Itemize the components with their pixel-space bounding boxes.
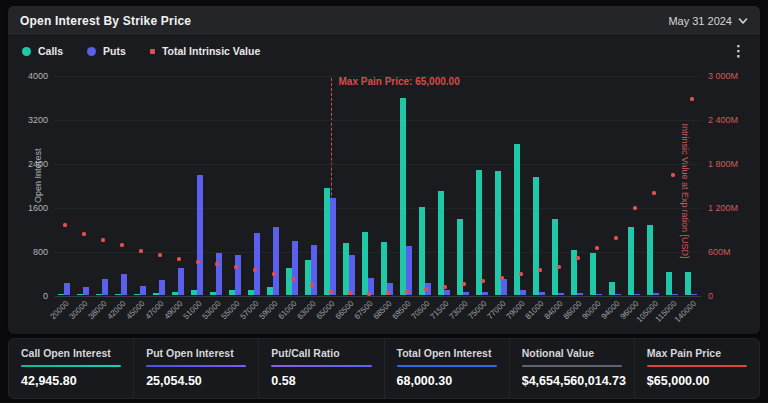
intrinsic-value-dot-94000[interactable] <box>614 236 618 240</box>
put-bar-71500[interactable] <box>444 290 450 296</box>
put-bar-65000[interactable] <box>330 198 336 295</box>
put-bar-140000[interactable] <box>691 294 697 295</box>
intrinsic-value-dot-38000[interactable] <box>101 238 105 242</box>
put-bar-42000[interactable] <box>121 274 127 295</box>
intrinsic-value-dot-45000[interactable] <box>139 249 143 253</box>
x-axis-label: 94000 <box>600 299 622 321</box>
intrinsic-value-dot-20000[interactable] <box>63 223 67 227</box>
legend-item-total-intrinsic-value[interactable]: Total Intrinsic Value <box>150 45 260 57</box>
intrinsic-value-dot-49000[interactable] <box>177 257 181 261</box>
call-bar-140000[interactable] <box>685 272 691 295</box>
put-bar-84000[interactable] <box>558 293 564 295</box>
call-bar-84000[interactable] <box>552 219 558 295</box>
intrinsic-value-dot-77000[interactable] <box>500 276 504 280</box>
intrinsic-value-dot-51000[interactable] <box>196 260 200 264</box>
intrinsic-value-dot-105000[interactable] <box>652 191 656 195</box>
intrinsic-value-dot-42000[interactable] <box>120 243 124 247</box>
put-bar-73000[interactable] <box>463 292 469 295</box>
put-bar-115000[interactable] <box>672 294 678 295</box>
put-bar-81000[interactable] <box>539 292 545 295</box>
intrinsic-value-dot-63000[interactable] <box>310 283 314 287</box>
put-bar-96000[interactable] <box>634 294 640 295</box>
intrinsic-value-dot-73000[interactable] <box>462 282 466 286</box>
x-axis-label: 63000 <box>296 299 318 321</box>
x-axis-label: 90000 <box>581 299 603 321</box>
intrinsic-value-dot-57000[interactable] <box>253 268 257 272</box>
call-bar-70500[interactable] <box>419 207 425 295</box>
put-bar-77000[interactable] <box>501 279 507 296</box>
put-bar-59000[interactable] <box>273 227 279 295</box>
put-bar-57000[interactable] <box>254 233 260 295</box>
x-axis-label: 55000 <box>220 299 242 321</box>
left-axis-tick: 0 <box>43 291 48 301</box>
call-bar-96000[interactable] <box>628 227 634 295</box>
intrinsic-value-dot-96000[interactable] <box>633 206 637 210</box>
put-bar-63000[interactable] <box>311 245 317 295</box>
put-bar-66500[interactable] <box>349 255 355 295</box>
intrinsic-value-dot-79000[interactable] <box>519 272 523 276</box>
x-axis-label: 30000 <box>68 299 90 321</box>
stat-put-open-interest: Put Open Interest25,054.50 <box>133 339 258 398</box>
put-bar-45000[interactable] <box>140 286 146 295</box>
x-axis-label: 51000 <box>182 299 204 321</box>
stat-label: Put/Call Ratio <box>271 347 371 359</box>
intrinsic-value-dot-81000[interactable] <box>538 268 542 272</box>
left-axis-tick: 3200 <box>28 115 48 125</box>
intrinsic-value-dot-70500[interactable] <box>424 287 428 291</box>
put-bar-79000[interactable] <box>520 290 526 295</box>
put-bar-53000[interactable] <box>216 253 222 295</box>
intrinsic-value-dot-84000[interactable] <box>557 265 561 269</box>
call-bar-75000[interactable] <box>476 170 482 295</box>
stat-value: $4,654,560,014.73 <box>522 374 622 388</box>
legend-item-puts[interactable]: Puts <box>87 45 126 57</box>
put-bar-20000[interactable] <box>64 283 70 295</box>
put-bar-30000[interactable] <box>83 287 89 295</box>
put-bar-47000[interactable] <box>159 280 165 295</box>
stat-total-open-interest: Total Open Interest68,000.30 <box>384 339 509 398</box>
legend-item-calls[interactable]: Calls <box>22 45 63 57</box>
put-bar-55000[interactable] <box>235 255 241 295</box>
put-bar-90000[interactable] <box>596 294 602 295</box>
intrinsic-value-dot-30000[interactable] <box>82 232 86 236</box>
right-axis-tick: 0 <box>708 291 713 301</box>
put-bar-94000[interactable] <box>615 294 621 295</box>
intrinsic-value-dot-67500[interactable] <box>367 292 371 296</box>
intrinsic-value-dot-66500[interactable] <box>348 291 352 295</box>
intrinsic-value-dot-71500[interactable] <box>443 285 447 289</box>
put-bar-69500[interactable] <box>406 246 412 296</box>
put-bar-61000[interactable] <box>292 241 298 295</box>
put-bar-86000[interactable] <box>577 293 583 295</box>
intrinsic-value-dot-75000[interactable] <box>481 279 485 283</box>
intrinsic-value-dot-90000[interactable] <box>595 246 599 250</box>
legend-swatch-icon <box>87 47 96 56</box>
intrinsic-value-dot-68500[interactable] <box>386 291 390 295</box>
put-bar-51000[interactable] <box>197 175 203 295</box>
intrinsic-value-dot-61000[interactable] <box>291 277 295 281</box>
left-axis-tick: 800 <box>33 247 48 257</box>
call-bar-90000[interactable] <box>590 253 596 295</box>
intrinsic-value-dot-115000[interactable] <box>671 173 675 177</box>
put-bar-75000[interactable] <box>482 292 488 295</box>
put-bar-38000[interactable] <box>102 279 108 296</box>
call-bar-105000[interactable] <box>647 225 653 295</box>
x-axis-label: 84000 <box>543 299 565 321</box>
x-axis-label: 61000 <box>277 299 299 321</box>
stat-label: Call Open Interest <box>21 347 121 359</box>
call-bar-81000[interactable] <box>533 177 539 295</box>
put-bar-105000[interactable] <box>653 293 659 295</box>
intrinsic-value-dot-47000[interactable] <box>158 253 162 257</box>
call-bar-115000[interactable] <box>666 272 672 295</box>
intrinsic-value-dot-53000[interactable] <box>215 262 219 266</box>
date-selector[interactable]: May 31 2024 <box>668 15 748 27</box>
intrinsic-value-dot-140000[interactable] <box>690 97 694 101</box>
more-options-button[interactable]: ⋮ <box>731 44 746 58</box>
chart-body: CallsPutsTotal Intrinsic Value ⋮ Open In… <box>8 36 760 333</box>
put-bar-49000[interactable] <box>178 268 184 296</box>
intrinsic-value-dot-59000[interactable] <box>272 272 276 276</box>
intrinsic-value-dot-69500[interactable] <box>405 290 409 294</box>
call-bar-71500[interactable] <box>438 191 444 296</box>
intrinsic-value-dot-55000[interactable] <box>234 265 238 269</box>
intrinsic-value-dot-65000[interactable] <box>329 290 333 294</box>
intrinsic-value-dot-86000[interactable] <box>576 256 580 260</box>
x-axis-label: 47000 <box>144 299 166 321</box>
